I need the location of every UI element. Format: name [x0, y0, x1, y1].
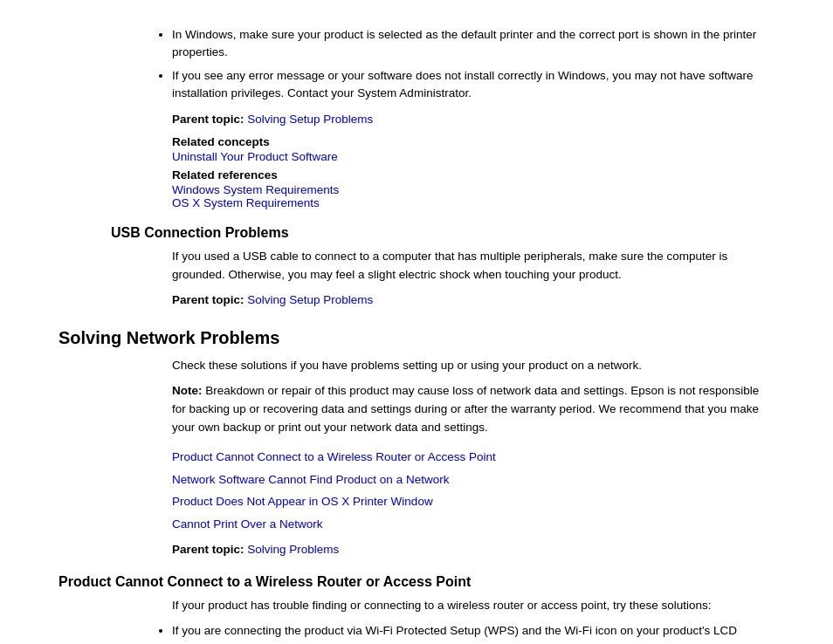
- network-software-find-link[interactable]: Network Software Cannot Find Product on …: [172, 473, 449, 486]
- parent-topic-1: Parent topic: Solving Setup Problems: [172, 111, 774, 128]
- bullet-item-1: In Windows, make sure your product is se…: [172, 26, 774, 62]
- network-links: Product Cannot Connect to a Wireless Rou…: [172, 446, 774, 536]
- uninstall-product-software-link[interactable]: Uninstall Your Product Software: [172, 150, 338, 163]
- product-connect-bullet-1: If you are connecting the product via Wi…: [172, 622, 774, 644]
- parent-topic-network: Parent topic: Solving Problems: [172, 541, 774, 558]
- product-connect-heading: Product Cannot Connect to a Wireless Rou…: [59, 574, 774, 590]
- product-not-appear-link[interactable]: Product Does Not Appear in OS X Printer …: [172, 495, 433, 508]
- usb-body: If you used a USB cable to connect to a …: [172, 248, 774, 284]
- product-connect-section: Product Cannot Connect to a Wireless Rou…: [59, 574, 774, 644]
- top-bullet-list: In Windows, make sure your product is se…: [172, 26, 774, 102]
- cannot-print-over-network-link[interactable]: Cannot Print Over a Network: [172, 517, 323, 531]
- network-link-2-wrap: Network Software Cannot Find Product on …: [172, 469, 774, 491]
- note-prefix: Note:: [172, 384, 203, 397]
- parent-topic-usb-label: Parent topic:: [172, 293, 244, 306]
- product-connect-bullets: If you are connecting the product via Wi…: [172, 622, 774, 644]
- parent-topic-label-1: Parent topic:: [172, 113, 244, 126]
- windows-req-link-wrap: Windows System Requirements: [172, 183, 774, 196]
- network-link-4-wrap: Cannot Print Over a Network: [172, 513, 774, 536]
- related-references-block: Related references Windows System Requir…: [172, 168, 774, 209]
- related-concepts-label: Related concepts: [172, 135, 774, 148]
- product-connect-wireless-link[interactable]: Product Cannot Connect to a Wireless Rou…: [172, 450, 496, 463]
- network-note: Note: Breakdown or repair of this produc…: [172, 382, 774, 437]
- usb-heading: USB Connection Problems: [111, 225, 774, 241]
- windows-system-req-link[interactable]: Windows System Requirements: [172, 183, 339, 196]
- network-link-3-wrap: Product Does Not Appear in OS X Printer …: [172, 490, 774, 513]
- product-connect-intro: If your product has trouble finding or c…: [172, 597, 774, 615]
- content-area: In Windows, make sure your product is se…: [59, 26, 774, 644]
- usb-section: USB Connection Problems If you used a US…: [59, 225, 774, 309]
- solving-setup-problems-link-2[interactable]: Solving Setup Problems: [247, 293, 373, 306]
- related-references-label: Related references: [172, 168, 774, 182]
- parent-topic-usb: Parent topic: Solving Setup Problems: [172, 291, 774, 309]
- note-body: Breakdown or repair of this product may …: [172, 384, 759, 434]
- network-heading: Solving Network Problems: [59, 328, 774, 348]
- osx-system-req-link[interactable]: OS X System Requirements: [172, 196, 320, 209]
- solving-problems-link[interactable]: Solving Problems: [247, 543, 339, 556]
- network-section: Solving Network Problems Check these sol…: [59, 328, 774, 558]
- bullet-item-2: If you see any error message or your sof…: [172, 67, 774, 103]
- parent-topic-network-label: Parent topic:: [172, 543, 244, 556]
- solving-setup-problems-link-1[interactable]: Solving Setup Problems: [247, 113, 373, 126]
- related-concepts-block: Related concepts Uninstall Your Product …: [172, 135, 774, 163]
- network-link-1-wrap: Product Cannot Connect to a Wireless Rou…: [172, 446, 774, 469]
- network-intro: Check these solutions if you have proble…: [172, 357, 774, 375]
- osx-req-link-wrap: OS X System Requirements: [172, 196, 774, 209]
